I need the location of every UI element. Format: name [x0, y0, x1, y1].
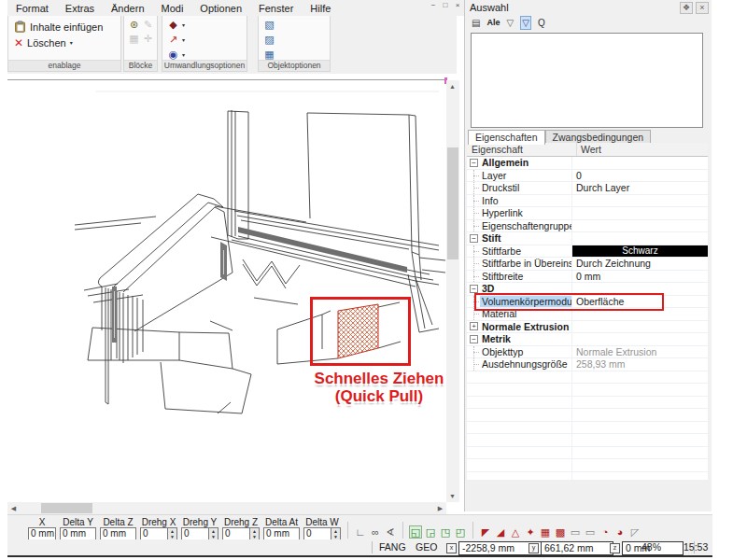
rect-edit-icon[interactable]: ▭ — [569, 525, 582, 539]
select-crossing-icon[interactable]: ◲ — [424, 525, 437, 539]
property-value-cell[interactable]: Durch Zeichnung — [571, 258, 708, 270]
object-option-1-icon[interactable]: ▧ — [262, 18, 276, 32]
alle-filter-icon[interactable]: Ale — [486, 17, 500, 29]
convert-to-solid-icon[interactable]: ◆ — [166, 18, 180, 32]
property-row[interactable]: −Stift — [467, 232, 708, 245]
field-drehg-x[interactable]: 0 — [140, 527, 168, 540]
property-value-cell[interactable] — [571, 333, 708, 345]
header-property[interactable]: Eigenschaft — [467, 143, 576, 156]
ortho-mode-icon[interactable]: ∟ — [354, 525, 367, 539]
select-lasso-icon[interactable]: ◰ — [454, 525, 467, 539]
property-value-cell[interactable] — [571, 308, 708, 320]
funnel-active-icon[interactable]: ▽ — [520, 16, 531, 30]
tab-eigenschaften[interactable]: Eigenschaften — [468, 130, 545, 145]
pattern-select-icon[interactable]: ▩ — [554, 525, 567, 539]
angle-snap-icon[interactable]: ∢ — [384, 525, 397, 539]
chain-b-icon[interactable]: ◕ — [613, 525, 627, 539]
pick-remove-icon[interactable]: ◢ — [494, 525, 507, 539]
property-row[interactable]: Stiftbreite0 mm — [467, 271, 708, 284]
spinner-delta-w[interactable]: ▲▼ — [331, 527, 341, 540]
panel-close-icon[interactable]: × — [696, 2, 709, 14]
spinner-drehg-x[interactable]: ▲▼ — [168, 527, 177, 540]
rect-edit2-icon[interactable]: ▭ — [584, 525, 597, 539]
property-row[interactable]: Stiftfarbe in Übereinsti...Durch Zeichnu… — [467, 258, 708, 271]
chain-a-icon[interactable]: ◔ — [599, 525, 612, 539]
property-value-cell[interactable]: 0 mm — [571, 271, 708, 283]
property-row[interactable]: ObjekttypNormale Extrusion — [467, 346, 708, 359]
color-swatch[interactable]: Schwarz — [571, 245, 708, 258]
block-explode-icon[interactable]: ✛ — [141, 32, 155, 46]
property-value-cell[interactable]: Normale Extrusion — [571, 346, 708, 358]
property-row[interactable]: Hyperlink — [467, 207, 708, 220]
property-row[interactable]: StiftfarbeSchwarz — [467, 245, 708, 259]
property-row[interactable]: +Normale Extrusion — [467, 321, 708, 334]
scroll-left-icon[interactable]: ◀ — [7, 502, 20, 514]
collapse-icon[interactable]: − — [470, 234, 478, 243]
collapse-icon[interactable]: − — [470, 285, 478, 293]
property-value-cell[interactable] — [571, 321, 708, 333]
collapse-icon[interactable]: − — [470, 159, 478, 167]
property-value-cell[interactable]: Oberfläche — [571, 296, 708, 308]
field-delta-z[interactable]: 0 mm — [100, 527, 136, 540]
property-value-cell[interactable] — [571, 207, 708, 219]
drawing-canvas[interactable] — [7, 79, 446, 503]
property-value-cell[interactable] — [571, 283, 708, 295]
minimize-button[interactable]: − — [429, 1, 438, 10]
header-value[interactable]: Wert — [576, 143, 708, 156]
delete-button[interactable]: ✕ Löschen ▾ — [14, 35, 117, 50]
property-value-cell[interactable] — [571, 195, 708, 207]
fang-toggle[interactable]: FANG — [379, 539, 406, 555]
selection-listbox[interactable] — [471, 33, 703, 128]
field-delta-at[interactable]: 0 mm — [263, 527, 300, 540]
restore-button[interactable]: □ — [441, 1, 450, 10]
field-drehg-z[interactable]: 0 — [222, 527, 250, 540]
property-value-cell[interactable] — [571, 232, 708, 245]
property-row[interactable]: −3D — [467, 283, 708, 296]
property-row[interactable]: Layer0 — [467, 170, 708, 183]
funnel-icon[interactable]: ▽ — [506, 17, 514, 29]
property-value-cell[interactable]: Durch Layer — [571, 182, 708, 194]
canvas-horizontal-scrollbar[interactable]: ◀ ▶ — [7, 502, 446, 514]
collapse-icon[interactable]: − — [470, 335, 478, 343]
search-icon[interactable]: Q — [538, 17, 545, 29]
select-by-icon[interactable]: ▤ — [472, 17, 480, 29]
menu-modi[interactable]: Modi — [153, 1, 192, 16]
corner-trim-icon[interactable]: ◸ — [628, 525, 641, 539]
group-select-icon[interactable]: ✦ — [524, 525, 537, 539]
close-button[interactable]: × — [453, 1, 462, 10]
link-icon[interactable]: ∞ — [369, 525, 382, 539]
menu-ändern[interactable]: Ändern — [103, 1, 152, 16]
field-delta-y[interactable]: 0 mm — [60, 527, 96, 540]
menu-format[interactable]: Format — [7, 1, 57, 16]
property-value-cell[interactable]: 258,93 mm — [571, 358, 708, 371]
property-row[interactable]: Material — [467, 308, 708, 321]
horizontal-scroll-thumb[interactable] — [41, 503, 92, 513]
pick-add-icon[interactable]: ◤ — [479, 525, 492, 539]
canvas-vertical-scrollbar[interactable]: ▲ ▼ — [446, 80, 459, 502]
menu-optionen[interactable]: Optionen — [191, 1, 250, 16]
menu-hilfe[interactable]: Hilfe — [302, 1, 339, 16]
field-delta-w[interactable]: 0 — [303, 527, 331, 540]
property-row[interactable]: VolumenkörpermodusOberfläche — [467, 296, 708, 309]
geo-toggle[interactable]: GEO — [416, 539, 437, 555]
dock-pin-icon[interactable]: ❖ — [680, 2, 693, 14]
block-edit-icon[interactable]: ▦ — [127, 32, 141, 46]
convert-arrow-icon[interactable]: ↗ — [166, 33, 180, 47]
property-row[interactable]: DruckstilDurch Layer — [467, 182, 708, 195]
field-x[interactable]: 0 mm — [28, 527, 56, 540]
scroll-up-icon[interactable]: ▲ — [446, 80, 458, 92]
block-tools-icon[interactable]: ✎ — [141, 18, 155, 32]
property-value-cell[interactable]: 0 — [571, 170, 708, 182]
block-create-icon[interactable]: ⊛ — [127, 18, 141, 32]
select-window-icon[interactable]: ◱ — [409, 525, 422, 539]
matrix-select-icon[interactable]: ▦ — [539, 525, 552, 539]
spinner-drehg-y[interactable]: ▲▼ — [209, 527, 218, 540]
property-grid-header[interactable]: Eigenschaft Wert — [467, 143, 708, 157]
spinner-drehg-z[interactable]: ▲▼ — [250, 527, 260, 540]
scroll-right-icon[interactable]: ▶ — [434, 502, 446, 514]
expand-icon[interactable]: + — [470, 322, 478, 330]
property-row[interactable]: Ausdehnungsgröße258,93 mm — [467, 358, 708, 371]
vertical-scroll-thumb[interactable] — [447, 147, 458, 259]
property-row[interactable]: −Metrik — [467, 333, 708, 346]
property-row[interactable]: −Allgemein — [467, 157, 708, 170]
